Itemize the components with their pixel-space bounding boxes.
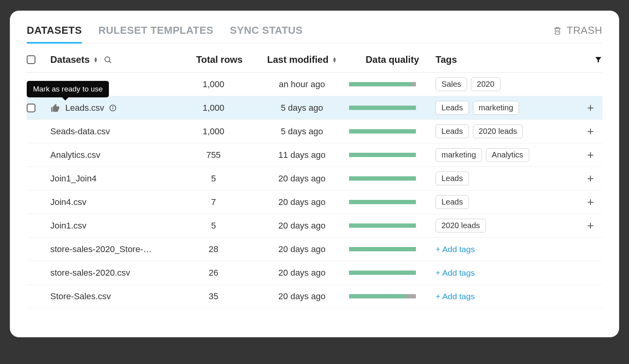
tag-chip[interactable]: 2020 leads [436, 219, 486, 232]
last-modified-value: 20 days ago [255, 174, 349, 184]
data-quality-cell [349, 176, 436, 181]
svg-point-0 [105, 57, 110, 62]
dataset-name[interactable]: Join4.csv [50, 197, 86, 207]
trash-link[interactable]: TRASH [553, 24, 602, 37]
total-rows-value: 755 [184, 150, 255, 160]
column-datasets-label: Datasets [50, 54, 90, 65]
tags-cell: Leads [436, 192, 579, 212]
table-row[interactable]: Leads.csv1,0005 days agoLeadsmarketing+ [27, 96, 602, 120]
table-header: Datasets ▲▼ Total rows Last modified ▲▼ … [27, 43, 602, 73]
last-modified-value: an hour ago [255, 79, 349, 90]
quality-bar [349, 106, 416, 110]
sort-icon[interactable]: ▲▼ [333, 57, 337, 62]
column-tags[interactable]: Tags [436, 54, 579, 65]
last-modified-value: 5 days ago [255, 126, 349, 137]
tags-cell: + Add tags [436, 289, 579, 304]
add-tag-button[interactable]: + [579, 149, 602, 161]
data-quality-cell [349, 294, 436, 298]
tag-chip[interactable]: marketing [473, 101, 519, 115]
last-modified-value: 20 days ago [255, 221, 349, 231]
last-modified-value: 11 days ago [255, 150, 349, 160]
column-data-quality-label: Data quality [366, 54, 419, 65]
table-row[interactable]: Join1.csv520 days ago2020 leads+ [27, 214, 602, 238]
tab-sync-status[interactable]: SYNC STATUS [230, 22, 303, 39]
filter-icon[interactable] [594, 56, 602, 64]
tags-cell: + Add tags [436, 265, 579, 281]
tag-chip[interactable]: Analytics [486, 148, 529, 162]
tags-cell: marketingAnalytics [436, 145, 579, 165]
quality-bar [349, 200, 416, 204]
dataset-name[interactable]: store-sales-2020.csv [50, 268, 130, 278]
column-tags-label: Tags [436, 54, 457, 65]
data-quality-cell [349, 153, 436, 157]
tags-cell: Leads2020 leads [436, 121, 579, 141]
dataset-name[interactable]: Seads-data.csv [50, 126, 110, 137]
quality-bar [349, 82, 416, 86]
tags-cell: Sales2020 [436, 74, 579, 94]
last-modified-value: 20 days ago [255, 244, 349, 254]
add-tag-button[interactable]: + [579, 102, 602, 114]
quality-bar [349, 176, 416, 181]
add-tag-button[interactable]: + [579, 220, 602, 232]
quality-bar [349, 247, 416, 251]
dataset-name[interactable]: Store-Sales.csv [50, 291, 111, 302]
tag-chip[interactable]: marketing [436, 148, 482, 162]
info-icon[interactable] [109, 104, 117, 112]
table-row[interactable]: store-sales-2020_Store-…2820 days ago+ A… [27, 238, 602, 261]
total-rows-value: 7 [184, 197, 255, 207]
tag-chip[interactable]: Leads [436, 101, 469, 115]
table-body: ta.csv1,000an hour agoSales2020Leads.csv… [27, 73, 602, 308]
data-quality-cell [349, 271, 436, 275]
table-row[interactable]: Join4.csv720 days agoLeads+ [27, 190, 602, 214]
add-tag-button[interactable]: + [579, 196, 602, 208]
column-data-quality[interactable]: Data quality [349, 54, 436, 65]
table-row[interactable]: Seads-data.csv1,0005 days agoLeads2020 l… [27, 120, 602, 143]
thumbs-up-tooltip: Mark as ready to use [27, 81, 109, 97]
tabs-row: DATASETS RULESET TEMPLATES SYNC STATUS T… [27, 22, 602, 43]
tab-datasets[interactable]: DATASETS [27, 22, 82, 39]
trash-icon [553, 26, 562, 36]
tag-chip[interactable]: Leads [436, 124, 469, 138]
last-modified-value: 20 days ago [255, 268, 349, 278]
tag-chip[interactable]: 2020 leads [473, 124, 523, 138]
datasets-panel: Mark as ready to use DATASETS RULESET TE… [10, 11, 619, 337]
tag-chip[interactable]: Leads [436, 172, 469, 185]
add-tag-button[interactable]: + [579, 126, 602, 137]
last-modified-value: 20 days ago [255, 197, 349, 207]
column-total-rows[interactable]: Total rows [184, 54, 255, 65]
add-tags-link[interactable]: + Add tags [436, 292, 475, 301]
tab-ruleset-templates[interactable]: RULESET TEMPLATES [98, 22, 213, 39]
table-row[interactable]: Store-Sales.csv3520 days ago+ Add tags [27, 285, 602, 308]
dataset-name[interactable]: Analytics.csv [50, 150, 100, 160]
tag-chip[interactable]: 2020 [471, 77, 500, 91]
table-row[interactable]: Join1_Join4520 days agoLeads+ [27, 167, 602, 190]
total-rows-value: 1,000 [184, 126, 255, 137]
sort-icon[interactable]: ▲▼ [94, 57, 98, 62]
dataset-name[interactable]: Leads.csv [65, 103, 104, 113]
quality-bar [349, 271, 416, 275]
table-row[interactable]: ta.csv1,000an hour agoSales2020 [27, 73, 602, 96]
dataset-name[interactable]: store-sales-2020_Store-… [50, 244, 152, 254]
column-last-modified[interactable]: Last modified ▲▼ [255, 54, 349, 65]
add-tag-button[interactable]: + [579, 173, 602, 185]
total-rows-value: 5 [184, 174, 255, 184]
add-tags-link[interactable]: + Add tags [436, 268, 475, 278]
table-row[interactable]: store-sales-2020.csv2620 days ago+ Add t… [27, 261, 602, 285]
tag-chip[interactable]: Leads [436, 195, 469, 209]
select-all-checkbox[interactable] [27, 55, 35, 64]
quality-bar [349, 153, 416, 157]
total-rows-value: 35 [184, 291, 255, 302]
row-checkbox[interactable] [27, 104, 35, 112]
quality-bar [349, 129, 416, 134]
dataset-name[interactable]: Join1_Join4 [50, 174, 96, 184]
last-modified-value: 5 days ago [255, 103, 349, 113]
column-datasets[interactable]: Datasets ▲▼ [50, 54, 184, 65]
search-icon[interactable] [103, 55, 112, 64]
column-total-rows-label: Total rows [196, 54, 243, 65]
add-tags-link[interactable]: + Add tags [436, 245, 475, 254]
svg-point-3 [113, 106, 113, 107]
table-row[interactable]: Analytics.csv75511 days agomarketingAnal… [27, 143, 602, 167]
tag-chip[interactable]: Sales [436, 77, 467, 91]
dataset-name[interactable]: Join1.csv [50, 221, 86, 231]
thumbs-up-icon[interactable] [50, 103, 61, 113]
